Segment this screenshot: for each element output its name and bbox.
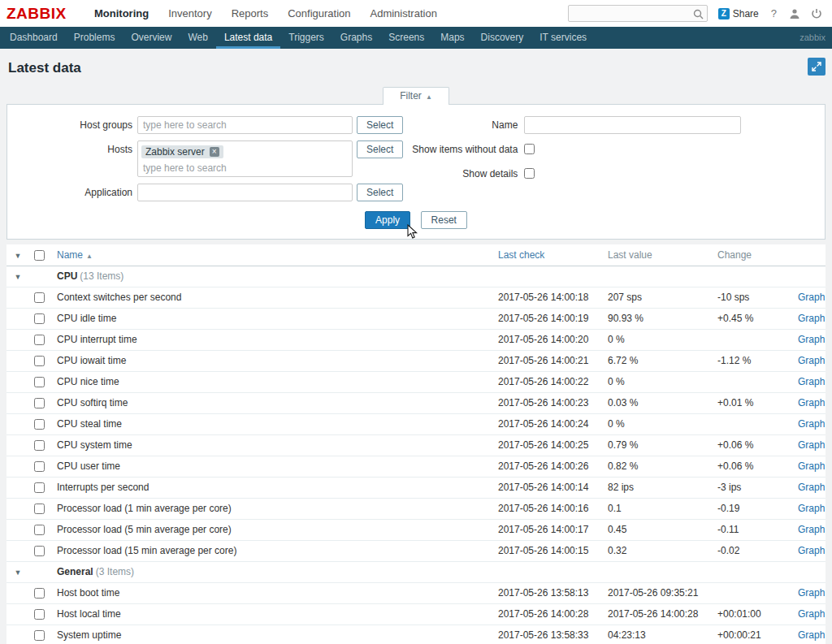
host-chip-label: Zabbix server bbox=[145, 146, 205, 158]
search-icon[interactable] bbox=[693, 8, 704, 23]
subnav-dashboard[interactable]: Dashboard bbox=[2, 27, 66, 49]
apply-button[interactable]: Apply bbox=[365, 211, 410, 229]
graph-link[interactable]: Graph bbox=[798, 629, 826, 641]
row-checkbox[interactable] bbox=[34, 419, 45, 430]
subnav-maps[interactable]: Maps bbox=[432, 27, 472, 49]
item-last-value: 2017-05-26 09:35:21 bbox=[608, 582, 717, 603]
main-nav: Monitoring Inventory Reports Configurati… bbox=[84, 0, 447, 27]
help-icon[interactable]: ? bbox=[769, 7, 778, 19]
nav-inventory[interactable]: Inventory bbox=[158, 0, 221, 27]
row-checkbox[interactable] bbox=[34, 504, 45, 514]
graph-link[interactable]: Graph bbox=[798, 397, 826, 408]
row-checkbox[interactable] bbox=[34, 525, 45, 535]
subnav-latest-data[interactable]: Latest data bbox=[216, 27, 280, 49]
host-groups-input[interactable] bbox=[137, 116, 353, 134]
row-checkbox[interactable] bbox=[34, 292, 45, 303]
search-input[interactable] bbox=[568, 5, 708, 22]
nav-administration[interactable]: Administration bbox=[361, 0, 447, 27]
graph-link[interactable]: Graph bbox=[798, 608, 826, 620]
item-change bbox=[717, 413, 798, 434]
name-filter-input[interactable] bbox=[524, 116, 741, 134]
show-details-label: Show details bbox=[406, 165, 524, 183]
collapse-group-icon[interactable]: ▼ bbox=[15, 273, 22, 281]
graph-link[interactable]: Graph bbox=[798, 524, 826, 535]
graph-link[interactable]: Graph bbox=[798, 545, 826, 556]
graph-link[interactable]: Graph bbox=[798, 292, 826, 303]
subnav-triggers[interactable]: Triggers bbox=[280, 27, 332, 49]
nav-configuration[interactable]: Configuration bbox=[278, 0, 360, 27]
graph-link[interactable]: Graph bbox=[798, 482, 826, 493]
item-name: System uptime bbox=[50, 625, 498, 644]
host-groups-label: Host groups bbox=[7, 116, 137, 134]
sort-by-last-check-header[interactable]: Last check bbox=[498, 249, 544, 261]
collapse-group-icon[interactable]: ▼ bbox=[15, 568, 22, 577]
nav-monitoring[interactable]: Monitoring bbox=[84, 0, 158, 27]
show-details-checkbox[interactable] bbox=[524, 168, 535, 179]
graph-link[interactable]: Graph bbox=[798, 334, 826, 345]
table-row: Interrupts per second2017-05-26 14:00:14… bbox=[6, 477, 826, 498]
graph-link[interactable]: Graph bbox=[798, 460, 826, 472]
row-checkbox[interactable] bbox=[34, 482, 45, 493]
host-groups-select-button[interactable]: Select bbox=[357, 116, 403, 134]
filter-area: Filter▲ Host groups Select Hosts Zabbix … bbox=[6, 87, 826, 240]
share-button[interactable]: Z Share bbox=[718, 8, 759, 19]
row-checkbox[interactable] bbox=[34, 335, 45, 345]
row-checkbox[interactable] bbox=[34, 377, 45, 387]
item-last-value: 04:23:13 bbox=[608, 625, 717, 644]
item-name: CPU iowait time bbox=[50, 350, 498, 371]
item-last-value: 0.82 % bbox=[608, 456, 717, 477]
item-name: Processor load (1 min average per core) bbox=[50, 498, 498, 519]
remove-host-icon[interactable]: × bbox=[210, 147, 219, 157]
subnav-discovery[interactable]: Discovery bbox=[473, 27, 532, 49]
user-profile-icon[interactable] bbox=[789, 8, 800, 19]
hosts-label: Hosts bbox=[7, 140, 137, 158]
row-checkbox[interactable] bbox=[34, 440, 45, 451]
subnav-web[interactable]: Web bbox=[180, 27, 215, 49]
hosts-multiselect[interactable]: Zabbix server × type here to search bbox=[137, 140, 353, 177]
graph-link[interactable]: Graph bbox=[798, 313, 826, 324]
nav-reports[interactable]: Reports bbox=[222, 0, 279, 27]
application-input[interactable] bbox=[137, 184, 353, 201]
search-box bbox=[568, 5, 708, 22]
row-checkbox[interactable] bbox=[34, 398, 45, 408]
table-row: CPU system time2017-05-26 14:00:250.79 %… bbox=[6, 434, 826, 456]
table-row: Processor load (1 min average per core)2… bbox=[6, 498, 826, 519]
subnav-problems[interactable]: Problems bbox=[66, 27, 124, 49]
collapse-all-icon[interactable]: ▼ bbox=[15, 252, 22, 260]
graph-link[interactable]: Graph bbox=[798, 439, 826, 451]
graph-link[interactable]: Graph bbox=[798, 587, 826, 599]
show-items-without-data-checkbox[interactable] bbox=[524, 144, 535, 154]
sort-by-name-header[interactable]: Name bbox=[57, 249, 83, 261]
row-checkbox[interactable] bbox=[34, 630, 45, 641]
subnav-screens[interactable]: Screens bbox=[380, 27, 432, 49]
select-all-checkbox[interactable] bbox=[34, 250, 45, 261]
row-checkbox[interactable] bbox=[34, 546, 45, 556]
item-last-value: 6.72 % bbox=[608, 350, 717, 371]
row-checkbox[interactable] bbox=[34, 313, 45, 324]
application-select-button[interactable]: Select bbox=[357, 184, 403, 201]
reset-button[interactable]: Reset bbox=[421, 211, 467, 229]
graph-link[interactable]: Graph bbox=[798, 376, 826, 387]
row-checkbox[interactable] bbox=[34, 588, 45, 599]
graph-link[interactable]: Graph bbox=[798, 355, 826, 366]
row-checkbox[interactable] bbox=[34, 461, 45, 472]
item-name: Host local time bbox=[50, 603, 498, 625]
item-change: +0.45 % bbox=[717, 308, 798, 329]
table-row: Host boot time2017-05-26 13:58:132017-05… bbox=[6, 582, 826, 603]
item-change: -0.02 bbox=[717, 540, 798, 561]
subnav-graphs[interactable]: Graphs bbox=[332, 27, 380, 49]
filter-collapse-tab[interactable]: Filter▲ bbox=[383, 87, 449, 105]
graph-link[interactable]: Graph bbox=[798, 418, 826, 430]
row-checkbox[interactable] bbox=[34, 609, 45, 620]
zabbix-logo[interactable]: ZABBIX bbox=[6, 5, 84, 23]
table-row: Host local time2017-05-26 14:00:282017-0… bbox=[6, 603, 826, 625]
subnav-it-services[interactable]: IT services bbox=[531, 27, 595, 49]
item-name: CPU nice time bbox=[50, 371, 498, 392]
hosts-select-button[interactable]: Select bbox=[357, 140, 403, 158]
logout-power-icon[interactable] bbox=[811, 8, 822, 19]
item-change: -10 sps bbox=[717, 287, 798, 308]
graph-link[interactable]: Graph bbox=[798, 503, 826, 514]
subnav-overview[interactable]: Overview bbox=[123, 27, 180, 49]
fullscreen-button[interactable] bbox=[808, 58, 826, 76]
row-checkbox[interactable] bbox=[34, 356, 45, 366]
